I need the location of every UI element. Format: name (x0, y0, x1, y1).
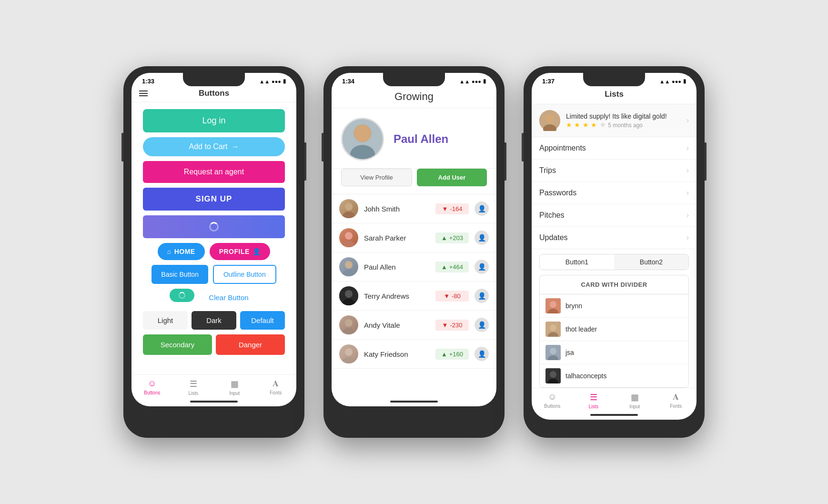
card-avatar-jsa (545, 345, 561, 360)
score-arrow-up-2: ▲ (441, 234, 447, 242)
user-action-2[interactable]: 👤 (475, 231, 489, 245)
tab3-input[interactable]: ▦ Input (614, 392, 656, 409)
toggle-button[interactable] (170, 289, 194, 302)
tab-bar-1: ☺ Buttons ☰ Lists ▦ Input 𝐀 Fonts (131, 374, 296, 398)
user-action-3[interactable]: 👤 (475, 260, 489, 274)
list-item-updates[interactable]: Updates › (532, 227, 697, 249)
card-name-brynn: brynn (565, 302, 582, 310)
tab-fonts-label: Fonts (270, 390, 282, 395)
svg-point-3 (354, 125, 371, 141)
user-action-1[interactable]: 👤 (475, 202, 489, 216)
score-badge-5: ▼ -230 (435, 320, 469, 331)
card-name-thot: thot leader (565, 325, 597, 333)
hamburger-menu[interactable] (139, 89, 148, 98)
home-button[interactable]: ⌂ HOME (158, 243, 205, 260)
time-1: 1:33 (142, 78, 154, 85)
signal-group-2: ▲▲ ●●● ▮ (459, 78, 486, 84)
view-profile-button[interactable]: View Profile (341, 169, 412, 186)
tab-lists-label: Lists (188, 391, 198, 396)
basic-button[interactable]: Basic Button (151, 265, 208, 284)
lists-title: Lists (605, 90, 624, 99)
profile-button[interactable]: PROFILE 👤 (210, 243, 271, 260)
svg-point-4 (345, 203, 353, 211)
promo-title: Limited supply! Its like digital gold! (566, 112, 681, 120)
add-to-cart-button[interactable]: Add to Cart → (143, 137, 285, 156)
secondary-danger-row: Secondary Danger (143, 334, 285, 355)
trips-label: Trips (539, 166, 687, 175)
tab3-input-label: Input (629, 404, 640, 409)
list-item-appointments[interactable]: Appointments › (532, 137, 697, 160)
user-name-5: Andy Vitale (364, 321, 430, 329)
svg-point-18 (545, 114, 554, 123)
score-badge-2: ▲ +203 (435, 232, 469, 243)
secondary-button[interactable]: Secondary (143, 334, 212, 355)
user-action-5[interactable]: 👤 (475, 318, 489, 332)
user-item: Paul Allen ▲ +464 👤 (332, 252, 496, 282)
clear-button[interactable]: Clear Button (199, 289, 258, 306)
battery-icon-2: ▮ (483, 78, 486, 84)
dark-button[interactable]: Dark (192, 311, 236, 330)
profile-action-buttons: View Profile Add User (332, 169, 496, 194)
light-button[interactable]: Light (143, 311, 188, 330)
score-arrow-up-3: ▲ (441, 263, 447, 271)
growing-header: Growing (332, 87, 496, 108)
card-avatar-talha (545, 368, 561, 383)
signup-button[interactable]: SIGN UP (143, 188, 285, 211)
tab-buttons[interactable]: ☺ Buttons (131, 379, 173, 396)
score-badge-4: ▼ -80 (435, 291, 469, 302)
user-action-4[interactable]: 👤 (475, 289, 489, 303)
score-badge-6: ▲ +160 (435, 349, 469, 360)
card-item-talha: talhaconcepts (540, 364, 688, 387)
home-indicator-1 (190, 401, 238, 403)
card-avatar-thot (545, 322, 561, 337)
tab3-buttons[interactable]: ☺ Buttons (532, 392, 573, 409)
user-avatar-3 (339, 257, 358, 276)
signal-group-3: ▲▲ ●●● ▮ (659, 78, 686, 84)
fonts-tab-icon: 𝐀 (273, 379, 279, 389)
outline-button[interactable]: Outline Button (213, 265, 276, 284)
pitches-label: Pitches (539, 211, 687, 220)
input-tab-icon: ▦ (231, 379, 239, 389)
list-item-trips[interactable]: Trips › (532, 160, 697, 182)
svg-point-15 (345, 348, 353, 356)
tab-bar-3: ☺ Buttons ☰ Lists ▦ Input 𝐀 Fonts (532, 388, 697, 411)
promo-item[interactable]: Limited supply! Its like digital gold! ★… (532, 104, 697, 137)
seg-button-1[interactable]: Button1 (540, 254, 614, 270)
tab-lists[interactable]: ☰ Lists (173, 379, 214, 396)
user-name-1: Johh Smith (364, 205, 430, 213)
user-item: Andy Vitale ▼ -230 👤 (332, 311, 496, 340)
user-name-6: Katy Friedson (364, 350, 430, 358)
card-item-thot: thot leader (540, 318, 688, 341)
phone-2: 1:34 ▲▲ ●●● ▮ Growing Paul Allen (323, 66, 505, 438)
default-button[interactable]: Default (240, 311, 285, 330)
loading-button[interactable] (143, 215, 285, 238)
tab-fonts[interactable]: 𝐀 Fonts (255, 379, 297, 396)
request-agent-button[interactable]: Request an agent (143, 161, 285, 183)
signal-icon: ●●● (272, 79, 281, 84)
svg-point-16 (343, 357, 355, 363)
tab3-lists[interactable]: ☰ Lists (573, 392, 615, 409)
segmented-control: Button1 Button2 (539, 254, 689, 270)
card-with-divider: CARD WITH DIVIDER brynn thot leader jsa (539, 275, 689, 388)
add-user-button[interactable]: Add User (417, 169, 487, 186)
basic-outline-row: Basic Button Outline Button (143, 265, 285, 284)
wifi-icon-2: ▲▲ (459, 79, 470, 84)
score-badge-3: ▲ +464 (435, 262, 469, 272)
danger-button[interactable]: Danger (216, 334, 285, 355)
phone-3: 1:37 ▲▲ ●●● ▮ Lists Limited supply! Its … (524, 66, 705, 438)
buttons-container: Log in Add to Cart → Request an agent SI… (131, 102, 296, 374)
star-5: ★ (599, 121, 606, 129)
home-indicator-2 (390, 401, 438, 403)
user-item: Katy Friedson ▲ +160 👤 (332, 340, 496, 369)
home-profile-row: ⌂ HOME PROFILE 👤 (143, 243, 285, 260)
loading-spinner (209, 222, 219, 232)
login-button[interactable]: Log in (143, 109, 285, 132)
tab3-fonts[interactable]: 𝐀 Fonts (656, 392, 697, 409)
star-4: ★ (591, 121, 597, 129)
list-item-passwords[interactable]: Passwords › (532, 182, 697, 204)
user-action-6[interactable]: 👤 (475, 347, 489, 361)
list-item-pitches[interactable]: Pitches › (532, 204, 697, 227)
tab-input[interactable]: ▦ Input (214, 379, 255, 396)
score-value-2: +203 (449, 234, 463, 242)
seg-button-2[interactable]: Button2 (614, 254, 688, 270)
